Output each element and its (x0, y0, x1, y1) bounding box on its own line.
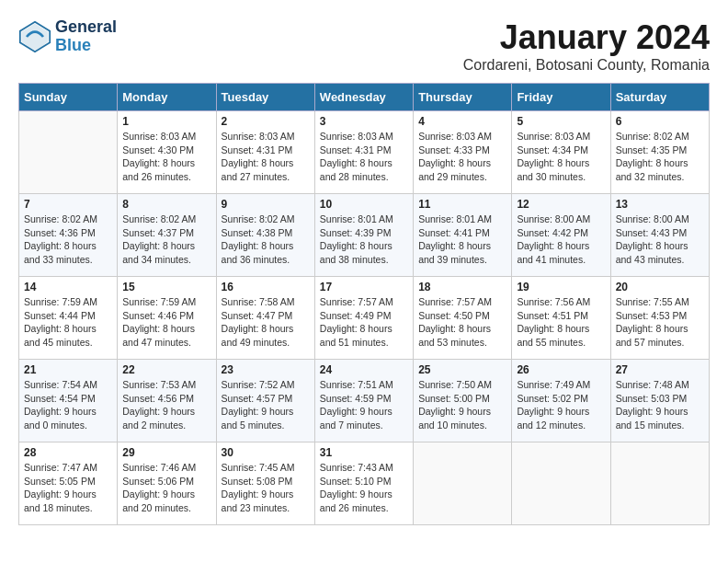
calendar-cell: 6Sunrise: 8:02 AMSunset: 4:35 PMDaylight… (610, 111, 709, 194)
calendar-cell: 24Sunrise: 7:51 AMSunset: 4:59 PMDayligh… (314, 360, 413, 442)
calendar-cell: 28Sunrise: 7:47 AMSunset: 5:05 PMDayligh… (19, 442, 118, 525)
calendar-cell: 19Sunrise: 7:56 AMSunset: 4:51 PMDayligh… (512, 277, 610, 360)
day-number: 18 (418, 281, 506, 293)
calendar-week-1: 1Sunrise: 8:03 AMSunset: 4:30 PMDaylight… (19, 111, 710, 194)
header-cell-wednesday: Wednesday (314, 84, 413, 111)
calendar-table: SundayMondayTuesdayWednesdayThursdayFrid… (18, 83, 710, 525)
day-number: 1 (122, 115, 210, 128)
calendar-cell: 17Sunrise: 7:57 AMSunset: 4:49 PMDayligh… (314, 277, 413, 360)
day-number: 14 (24, 281, 112, 293)
calendar-cell: 13Sunrise: 8:00 AMSunset: 4:43 PMDayligh… (610, 194, 709, 277)
day-info: Sunrise: 8:03 AMSunset: 4:31 PMDaylight:… (320, 130, 408, 184)
calendar-cell: 23Sunrise: 7:52 AMSunset: 4:57 PMDayligh… (216, 360, 314, 442)
day-number: 17 (320, 281, 408, 293)
calendar-cell (19, 111, 118, 194)
day-number: 24 (320, 363, 408, 376)
header-cell-saturday: Saturday (610, 84, 709, 111)
day-info: Sunrise: 8:03 AMSunset: 4:31 PMDaylight:… (222, 130, 310, 184)
calendar-cell: 15Sunrise: 7:59 AMSunset: 4:46 PMDayligh… (118, 277, 216, 360)
day-info: Sunrise: 7:48 AMSunset: 5:03 PMDaylight:… (616, 378, 704, 432)
calendar-cell: 10Sunrise: 8:01 AMSunset: 4:39 PMDayligh… (314, 194, 413, 277)
calendar-cell: 5Sunrise: 8:03 AMSunset: 4:34 PMDaylight… (512, 111, 610, 194)
calendar-cell: 2Sunrise: 8:03 AMSunset: 4:31 PMDaylight… (216, 111, 314, 194)
day-number: 6 (616, 115, 704, 128)
day-info: Sunrise: 7:51 AMSunset: 4:59 PMDaylight:… (320, 378, 408, 432)
day-number: 27 (616, 363, 704, 376)
calendar-week-4: 21Sunrise: 7:54 AMSunset: 4:54 PMDayligh… (19, 360, 710, 442)
header-cell-friday: Friday (512, 84, 610, 111)
day-number: 16 (222, 281, 310, 293)
calendar-cell: 3Sunrise: 8:03 AMSunset: 4:31 PMDaylight… (314, 111, 413, 194)
day-number: 15 (122, 281, 210, 293)
day-info: Sunrise: 8:00 AMSunset: 4:43 PMDaylight:… (616, 213, 704, 267)
day-info: Sunrise: 7:59 AMSunset: 4:46 PMDaylight:… (122, 295, 210, 350)
day-number: 31 (320, 446, 408, 459)
calendar-subtitle: Cordareni, Botosani County, Romania (463, 57, 710, 74)
day-info: Sunrise: 8:01 AMSunset: 4:39 PMDaylight:… (320, 213, 408, 267)
day-info: Sunrise: 8:02 AMSunset: 4:35 PMDaylight:… (616, 130, 704, 184)
calendar-cell: 12Sunrise: 8:00 AMSunset: 4:42 PMDayligh… (512, 194, 610, 277)
calendar-cell: 9Sunrise: 8:02 AMSunset: 4:38 PMDaylight… (216, 194, 314, 277)
day-info: Sunrise: 7:50 AMSunset: 5:00 PMDaylight:… (418, 378, 506, 432)
day-info: Sunrise: 7:57 AMSunset: 4:49 PMDaylight:… (320, 295, 408, 350)
day-number: 23 (222, 363, 310, 376)
calendar-week-2: 7Sunrise: 8:02 AMSunset: 4:36 PMDaylight… (19, 194, 710, 277)
day-info: Sunrise: 8:01 AMSunset: 4:41 PMDaylight:… (418, 213, 506, 267)
day-number: 3 (320, 115, 408, 128)
day-number: 26 (517, 363, 605, 376)
day-info: Sunrise: 7:56 AMSunset: 4:51 PMDaylight:… (517, 295, 605, 350)
logo-text: General Blue (55, 18, 117, 55)
day-number: 12 (517, 198, 605, 211)
day-info: Sunrise: 7:43 AMSunset: 5:10 PMDaylight:… (320, 461, 408, 515)
day-number: 7 (24, 198, 112, 211)
logo-icon (18, 20, 51, 53)
day-info: Sunrise: 7:47 AMSunset: 5:05 PMDaylight:… (24, 461, 112, 515)
day-number: 19 (517, 281, 605, 293)
day-number: 2 (222, 115, 310, 128)
day-info: Sunrise: 8:02 AMSunset: 4:38 PMDaylight:… (222, 213, 310, 267)
calendar-cell: 8Sunrise: 8:02 AMSunset: 4:37 PMDaylight… (118, 194, 216, 277)
calendar-cell: 22Sunrise: 7:53 AMSunset: 4:56 PMDayligh… (118, 360, 216, 442)
day-number: 29 (122, 446, 210, 459)
calendar-cell: 21Sunrise: 7:54 AMSunset: 4:54 PMDayligh… (19, 360, 118, 442)
calendar-cell: 20Sunrise: 7:55 AMSunset: 4:53 PMDayligh… (610, 277, 709, 360)
day-number: 5 (517, 115, 605, 128)
header-row: SundayMondayTuesdayWednesdayThursdayFrid… (19, 84, 710, 111)
day-number: 22 (122, 363, 210, 376)
day-info: Sunrise: 8:02 AMSunset: 4:36 PMDaylight:… (24, 213, 112, 267)
day-info: Sunrise: 7:49 AMSunset: 5:02 PMDaylight:… (517, 378, 605, 432)
day-number: 30 (222, 446, 310, 459)
day-number: 11 (418, 198, 506, 211)
calendar-cell: 18Sunrise: 7:57 AMSunset: 4:50 PMDayligh… (414, 277, 512, 360)
day-info: Sunrise: 7:55 AMSunset: 4:53 PMDaylight:… (616, 295, 704, 350)
day-number: 25 (418, 363, 506, 376)
calendar-cell: 11Sunrise: 8:01 AMSunset: 4:41 PMDayligh… (414, 194, 512, 277)
header-cell-tuesday: Tuesday (216, 84, 314, 111)
day-number: 8 (122, 198, 210, 211)
calendar-cell: 29Sunrise: 7:46 AMSunset: 5:06 PMDayligh… (118, 442, 216, 525)
page-header: General Blue January 2024 Cordareni, Bot… (18, 18, 710, 74)
day-info: Sunrise: 7:52 AMSunset: 4:57 PMDaylight:… (222, 378, 310, 432)
day-info: Sunrise: 8:03 AMSunset: 4:30 PMDaylight:… (122, 130, 210, 184)
calendar-week-5: 28Sunrise: 7:47 AMSunset: 5:05 PMDayligh… (19, 442, 710, 525)
header-cell-thursday: Thursday (414, 84, 512, 111)
logo: General Blue (18, 18, 117, 55)
calendar-cell: 1Sunrise: 8:03 AMSunset: 4:30 PMDaylight… (118, 111, 216, 194)
calendar-cell: 16Sunrise: 7:58 AMSunset: 4:47 PMDayligh… (216, 277, 314, 360)
logo-line1: General (55, 18, 117, 37)
day-info: Sunrise: 8:02 AMSunset: 4:37 PMDaylight:… (122, 213, 210, 267)
calendar-cell: 7Sunrise: 8:02 AMSunset: 4:36 PMDaylight… (19, 194, 118, 277)
header-cell-monday: Monday (118, 84, 216, 111)
logo-line2: Blue (55, 37, 117, 55)
header-cell-sunday: Sunday (19, 84, 118, 111)
day-info: Sunrise: 7:54 AMSunset: 4:54 PMDaylight:… (24, 378, 112, 432)
calendar-title: January 2024 (463, 18, 710, 57)
day-info: Sunrise: 8:00 AMSunset: 4:42 PMDaylight:… (517, 213, 605, 267)
day-info: Sunrise: 8:03 AMSunset: 4:33 PMDaylight:… (418, 130, 506, 184)
day-info: Sunrise: 7:46 AMSunset: 5:06 PMDaylight:… (122, 461, 210, 515)
day-number: 28 (24, 446, 112, 459)
calendar-cell (512, 442, 610, 525)
calendar-cell (610, 442, 709, 525)
day-number: 21 (24, 363, 112, 376)
day-info: Sunrise: 7:59 AMSunset: 4:44 PMDaylight:… (24, 295, 112, 350)
